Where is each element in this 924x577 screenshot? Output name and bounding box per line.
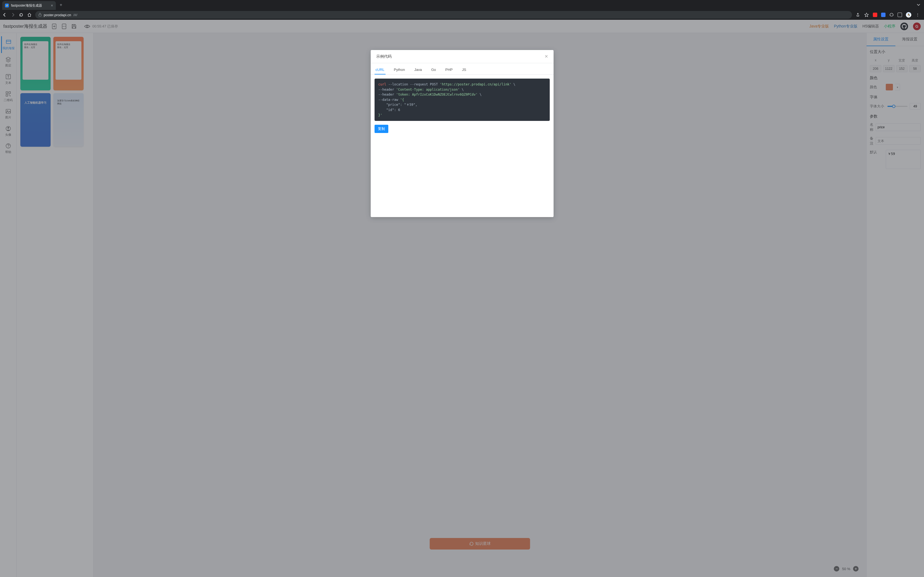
star-icon[interactable] [864, 12, 869, 17]
forward-icon[interactable] [10, 12, 15, 17]
modal-tab-curl[interactable]: cURL [375, 65, 386, 74]
modal-tab-python[interactable]: Python [393, 65, 406, 74]
modal-tab-js[interactable]: JS [461, 65, 467, 74]
favicon-icon: ⚡ [5, 3, 9, 7]
url-path: /#/ [73, 13, 77, 17]
close-icon[interactable]: × [51, 3, 53, 8]
url-bar[interactable]: poster.prodapi.cn/#/ [35, 11, 852, 19]
minimize-icon[interactable] [917, 3, 920, 7]
modal-close-icon[interactable]: ✕ [544, 54, 548, 59]
tab-title: fastposter海报生成器 [11, 3, 42, 8]
extension-adblock-icon[interactable] [873, 13, 877, 17]
share-icon[interactable] [855, 12, 860, 17]
modal-tab-java[interactable]: Java [414, 65, 423, 74]
reload-icon[interactable] [19, 12, 24, 17]
browser-address-row: poster.prodapi.cn/#/ 🐧 ⋮ [0, 10, 924, 20]
modal-tab-go[interactable]: Go [430, 65, 437, 74]
chrome-actions: 🐧 ⋮ [855, 12, 922, 18]
profile-avatar-icon[interactable]: 🐧 [906, 12, 911, 18]
modal-overlay[interactable]: 示例代码 ✕ cURL Python Java Go PHP JS curl -… [0, 20, 924, 577]
lock-icon [39, 13, 42, 17]
menu-icon[interactable]: ⋮ [915, 12, 920, 17]
extensions-icon[interactable] [889, 12, 894, 18]
svg-rect-0 [39, 14, 41, 16]
modal-tab-php[interactable]: PHP [444, 65, 454, 74]
extension-translate-icon[interactable] [881, 13, 885, 17]
code-block[interactable]: curl --location --request POST 'https://… [375, 79, 550, 121]
code-sample-modal: 示例代码 ✕ cURL Python Java Go PHP JS curl -… [371, 50, 554, 217]
side-panel-icon[interactable] [898, 13, 902, 17]
browser-tabs: ⚡ fastposter海报生成器 × + [0, 0, 924, 10]
browser-tab[interactable]: ⚡ fastposter海报生成器 × [2, 1, 56, 10]
back-icon[interactable] [2, 12, 7, 17]
url-domain: poster.prodapi.cn [44, 13, 71, 17]
new-tab-button[interactable]: + [60, 2, 62, 7]
copy-button[interactable]: 复制 [375, 125, 388, 133]
modal-title: 示例代码 [376, 54, 392, 59]
home-icon[interactable] [27, 12, 32, 17]
